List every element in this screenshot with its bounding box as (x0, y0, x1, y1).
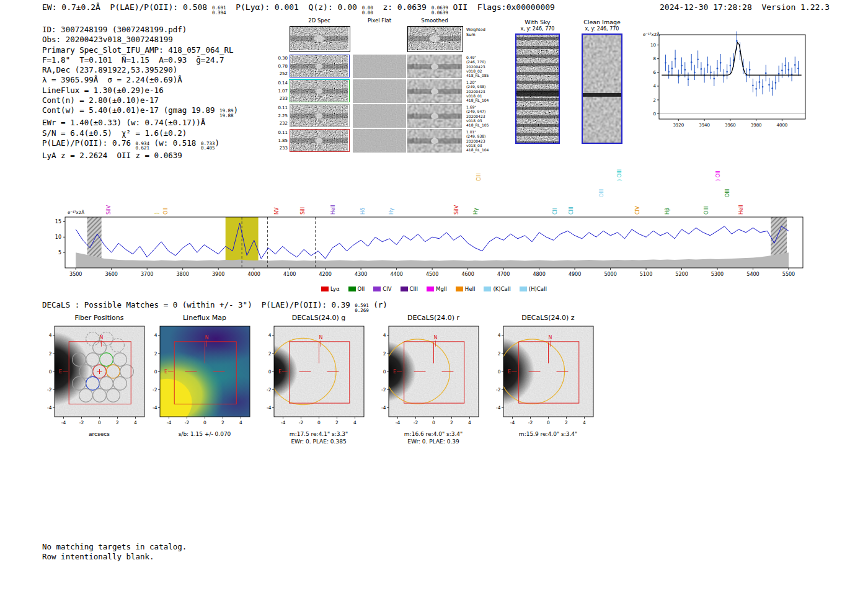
svg-text:-2: -2 (381, 387, 386, 393)
x-axis-label: arcsecs (53, 430, 146, 438)
smoothed-noise (407, 55, 462, 78)
line-label: CIII (476, 173, 482, 181)
line-label: SiIV (454, 205, 459, 215)
panel-title: Lineflux Map (158, 314, 251, 324)
svg-text:3920: 3920 (673, 123, 684, 128)
annotation-line: 418_RL_105 (466, 123, 489, 127)
svg-text:3940: 3940 (699, 123, 710, 128)
clean-image-coords: x, y: 246, 770 (575, 26, 629, 32)
svg-text:5200: 5200 (675, 272, 688, 277)
legend-swatch (484, 287, 491, 291)
signal-background-caption: s/b: 1.15 +/- 0.070 (158, 430, 251, 438)
svg-text:-2: -2 (47, 387, 52, 393)
decals-z-cutout: NE-4-4-2-2002244 (486, 324, 595, 430)
column-header-2dspec: 2D Spec (308, 17, 330, 24)
svg-text:4: 4 (468, 420, 471, 425)
svg-text:2: 2 (653, 98, 656, 103)
svg-text:2: 2 (154, 351, 157, 357)
pixel-flat-noise (353, 79, 406, 103)
line-label: SiIV (106, 205, 112, 215)
weighted-sum-smoothed (407, 26, 463, 52)
legend-swatch (427, 287, 434, 291)
scale-value: 0.11 (269, 129, 288, 137)
spec2d-section: 2D Spec Pixel Flat Smoothed WeightedSum … (267, 16, 515, 160)
svg-text:4500: 4500 (426, 272, 438, 277)
svg-text:4: 4 (134, 420, 137, 425)
svg-text:0: 0 (653, 112, 656, 117)
units-label: e⁻¹⁷x2Å (643, 32, 660, 37)
svg-text:-4: -4 (496, 405, 501, 411)
info-line: P(LAE)/P(OII): 0.76 0.9340.621 (w: 0.518… (42, 138, 238, 151)
legend-item: Lyα (321, 286, 340, 292)
annotation-line: 1.69" (466, 105, 489, 109)
svg-text:4: 4 (268, 332, 272, 338)
units-label: e⁻¹⁷x2Å (68, 210, 84, 215)
svg-text:0: 0 (203, 420, 206, 425)
row-annotations: 1.20"(249, 938)20200423v018_01418_RL_104 (466, 80, 489, 102)
info-line: λ = 3965.99Å σ = 2.24(±0.69)Å (42, 75, 238, 85)
legend-swatch (401, 287, 408, 291)
scale-value: 233 (269, 144, 288, 153)
svg-text:5500: 5500 (782, 272, 795, 277)
spec2d-row: 0.112.252321.69"(249, 947)20200423v018_0… (267, 104, 515, 128)
annotation-line: (246, 770) (466, 60, 489, 64)
line-label: SiII (300, 207, 306, 215)
row-scale-labels: 0.111.85233 (269, 129, 288, 153)
svg-text:2: 2 (383, 351, 386, 357)
svg-text:-4: -4 (153, 405, 157, 411)
decals-g-cutout: NE-4-4-2-2002244 (257, 324, 365, 430)
annotation-line: 20200423 (466, 64, 489, 69)
pixel-flat-image (353, 104, 406, 128)
annotation-line: (249, 947) (466, 109, 489, 113)
legend-item: HeII (456, 286, 476, 292)
svg-text:4900: 4900 (569, 272, 581, 277)
line-label: HeII (738, 205, 744, 215)
scale-value: 252 (269, 70, 288, 78)
legend-swatch (348, 287, 356, 291)
with-sky-title: With Sky (511, 19, 564, 25)
svg-text:2: 2 (268, 351, 272, 357)
spec2d-image (290, 55, 350, 78)
spectral-line-legend: LyαOIICIVCIIIMgIIHeII(K)CaII(H)CaII (37, 286, 831, 292)
svg-text:4: 4 (49, 332, 52, 338)
compass-east-label: E (164, 369, 167, 375)
row-scale-labels: 0.300.78252 (269, 55, 288, 78)
legend-label: (K)CaII (493, 286, 510, 292)
line-label: CII (552, 208, 558, 215)
uncertainty-range: 0.06390.0639 (432, 6, 448, 15)
spec2d-image (290, 79, 350, 102)
svg-text:8: 8 (653, 56, 656, 61)
decals-z-panel: DECaLS(24.0) z NE-4-4-2-2002244 m:15.9 r… (486, 314, 595, 438)
svg-text:5: 5 (58, 250, 61, 256)
weighted-sum-row: WeightedSum (267, 26, 515, 51)
compass-east-label: E (59, 369, 62, 375)
spec2d-noise (290, 130, 348, 151)
svg-text:0: 0 (498, 369, 501, 375)
magnitude-caption: m:17.5 re:4.1" s:3.3" (272, 430, 365, 438)
svg-text:3960: 3960 (725, 123, 736, 128)
svg-text:-4: -4 (47, 405, 52, 411)
line-label: ) (154, 213, 160, 215)
annotation-line: (249, 938) (466, 84, 489, 89)
lineflux-map-plot: NE-4-4-2-2002244 (143, 324, 251, 430)
annotation-line: 0.49" (466, 55, 489, 60)
line-label: Hδ (360, 208, 366, 215)
svg-text:-2: -2 (496, 387, 501, 393)
with-sky-panel: With Sky x, y: 246, 770 (511, 19, 564, 144)
svg-text:2: 2 (49, 351, 52, 357)
svg-text:15: 15 (55, 219, 61, 224)
smoothed-image (407, 55, 462, 78)
svg-text:4000: 4000 (776, 123, 787, 128)
line-label: HeII (330, 205, 336, 215)
header-stats: EW: 0.7±0.2Å P(LAE)/P(OII): 0.508 0.6910… (42, 2, 555, 15)
spec2d-image (290, 104, 350, 127)
full-spectrum-section: 3500360037003800390040004100420043004400… (37, 162, 831, 292)
svg-text:0: 0 (268, 369, 272, 375)
svg-text:4000: 4000 (248, 272, 260, 277)
noise-floor (76, 252, 789, 268)
svg-text:0: 0 (547, 420, 550, 425)
decals-g-panel: DECaLS(24.0) g NE-4-4-2-2002244 m:17.5 r… (257, 314, 365, 445)
line-label: OIII (704, 207, 709, 215)
svg-text:4: 4 (653, 84, 657, 89)
row-annotations: 1.69"(249, 947)20200423v018_03418_RL_105 (466, 105, 489, 127)
